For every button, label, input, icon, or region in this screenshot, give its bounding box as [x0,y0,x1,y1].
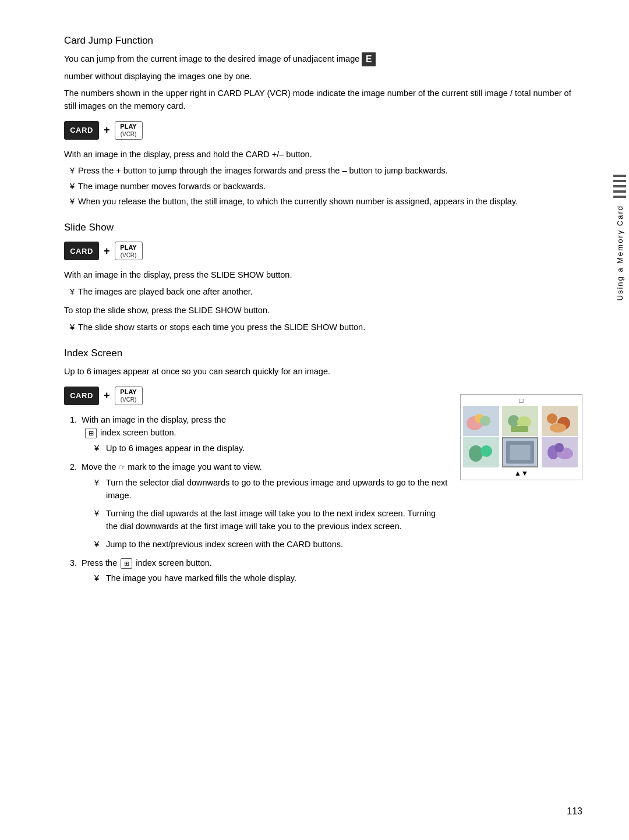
slide-show-button-row: CARD + PLAY (VCR) [64,242,582,260]
card-jump-section: Card Jump Function You can jump from the… [64,35,582,208]
svg-point-21 [554,443,564,452]
plus-sign-2: + [104,245,110,257]
sidebar-line [613,175,626,177]
plus-sign-3: + [104,389,110,402]
card-jump-intro3: The numbers shown in the upper right in … [64,87,582,113]
index-numbered-list: 1. With an image in the display, press t… [64,413,448,585]
bullet-item: Up to 6 images appear in the display. [94,442,448,455]
svg-point-13 [469,445,483,462]
play-button-2: PLAY (VCR) [115,242,143,260]
card-jump-bullets: Press the + button to jump through the i… [64,164,582,208]
plus-sign-1: + [104,124,110,136]
sidebar-text: Using a Memory Card [616,205,624,300]
index-intro: Up to 6 images appear at once so you can… [64,365,448,378]
sub-bullets-3: The image you have marked fills the whol… [82,572,448,584]
play-button-3: PLAY (VCR) [115,387,143,405]
slide-show-bullets-1: The images are played back one after ano… [64,285,582,298]
index-cell-2 [502,406,538,436]
index-grid [463,406,579,467]
list-item: 1. With an image in the display, press t… [70,413,448,455]
svg-rect-17 [510,445,531,460]
right-sidebar: Using a Memory Card [610,175,629,300]
card-jump-instruction: With an image in the display, press and … [64,148,582,161]
list-item: 3. Press the ⊞ index screen button. The … [70,557,448,585]
index-button-row: CARD + PLAY (VCR) [64,387,448,405]
bullet-item: Press the + button to jump through the i… [70,164,582,177]
card-jump-intro2: number without displaying the images one… [64,70,582,83]
sidebar-line [613,180,626,182]
bullet-item: When you release the button, the still i… [70,195,582,208]
card-jump-button-row: CARD + PLAY (VCR) [64,121,582,140]
bullet-item: The images are played back one after ano… [70,285,582,298]
svg-rect-7 [511,426,528,432]
svg-point-3 [480,416,490,426]
slide-show-section: Slide Show CARD + PLAY (VCR) With an ima… [64,222,582,334]
bullet-item: Turn the selector dial downwards to go t… [94,476,448,502]
card-button-3: CARD [64,387,99,405]
index-cell-3 [542,406,578,436]
top-icon-area: □ [463,397,579,404]
bullet-item: Jump to the next/previous index screen w… [94,538,448,551]
bullet-item: The slide show starts or stops each time… [70,321,582,334]
bullet-item: Turning the dial upwards at the last ima… [94,507,448,533]
sidebar-line [613,185,626,187]
index-image-box: □ [460,394,582,480]
index-cell-5-selected [502,437,538,467]
index-cell-6 [542,437,578,467]
slide-show-title: Slide Show [64,222,582,233]
sidebar-lines [613,175,626,198]
index-screen-area: Up to 6 images appear at once so you can… [64,365,582,591]
e-badge: E [362,52,376,66]
index-cell-1 [463,406,499,436]
index-bottom-arrow: ▲▼ [463,469,579,477]
sidebar-line [613,196,626,198]
index-screen-section: Index Screen Up to 6 images appear at on… [64,348,582,591]
card-button-2: CARD [64,242,99,260]
svg-point-14 [480,445,492,457]
sub-bullets-1: Up to 6 images appear in the display. [82,442,448,455]
sidebar-line [613,190,626,193]
index-image-container: □ [460,394,582,480]
svg-point-9 [547,413,557,424]
bullet-item: The image number moves forwards or backw… [70,180,582,193]
card-jump-title: Card Jump Function [64,35,582,47]
play-button-1: PLAY (VCR) [115,121,143,140]
slide-show-line1: With an image in the display, press the … [64,268,582,281]
card-jump-intro1: You can jump from the current image to t… [64,52,582,66]
slide-show-line2: To stop the slide show, press the SLIDE … [64,304,582,317]
svg-point-11 [550,423,566,433]
card-button-1: CARD [64,121,99,140]
index-left-content: Up to 6 images appear at once so you can… [64,365,448,591]
index-cell-4 [463,437,499,467]
index-screen-title: Index Screen [64,348,582,359]
index-screen-icon-1: ⊞ [85,428,97,438]
page-number: 113 [567,806,582,817]
list-item: 2. Move the ☞ mark to the image you want… [70,460,448,551]
sub-bullets-2: Turn the selector dial downwards to go t… [82,476,448,551]
bullet-item: The image you have marked fills the whol… [94,572,448,584]
page-container: Card Jump Function You can jump from the… [0,0,629,840]
index-screen-icon-2: ⊞ [121,558,132,569]
slide-show-bullets-2: The slide show starts or stops each time… [64,321,582,334]
